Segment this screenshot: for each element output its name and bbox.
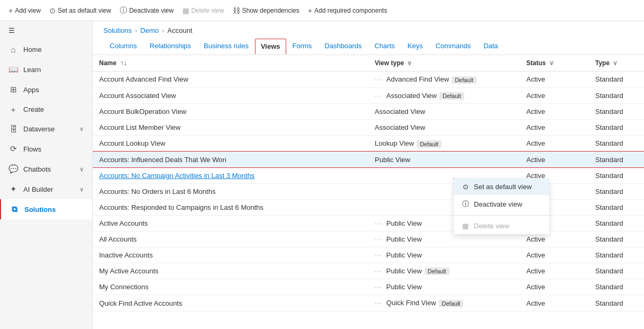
table-row: Accounts: Responded to Campaigns in Last… (93, 199, 644, 215)
table-row: Account Advanced Find View···Advanced Fi… (93, 72, 644, 88)
cell-viewtype: ···Public View (368, 279, 520, 295)
cell-viewtype: ···Quick Find ViewDefault (368, 295, 520, 312)
toolbar-set-default[interactable]: ⊙ Set as default view (49, 6, 111, 15)
home-icon: ⌂ (8, 45, 18, 54)
cell-viewtype: ···Public View (368, 247, 520, 263)
learn-icon: 📖 (8, 65, 18, 74)
filter-icon-type: ∨ (613, 59, 617, 67)
cell-viewtype: ···Associated ViewDefault (368, 87, 520, 104)
table-row: Active Accounts···Public ViewActiveStand… (93, 215, 644, 231)
table-header-row: Name ↑↓ View type ∨ Status ∨ Type ∨ (93, 55, 644, 72)
cell-type: Standard (589, 215, 644, 231)
dots-menu-icon[interactable]: ··· (375, 251, 382, 259)
toolbar-deactivate[interactable]: ⓘ Deactivate view (120, 6, 174, 15)
cell-name: Account List Member View (93, 120, 368, 136)
cell-type: Standard (589, 104, 644, 120)
chevron-down-icon-ai: ∨ (80, 186, 84, 193)
sidebar-item-flows[interactable]: ⟳ Flows (0, 139, 92, 159)
cell-viewtype: Lookup ViewDefault (368, 136, 520, 152)
filter-icon-status: ∨ (549, 59, 554, 67)
chatbots-icon: 💬 (8, 164, 18, 174)
cell-status: Active (520, 263, 589, 279)
tab-commands[interactable]: Commands (429, 38, 477, 55)
col-status[interactable]: Status ∨ (520, 55, 589, 72)
col-viewtype[interactable]: View type ∨ (368, 55, 520, 72)
dataverse-icon: 🗄 (8, 125, 18, 134)
context-menu-inner: ⊙ Set as default view ⓘ Deactivate view … (454, 179, 454, 179)
viewtype-badge: Default (417, 140, 442, 148)
dots-menu-icon[interactable]: ··· (375, 235, 382, 243)
cell-type: Standard (589, 199, 644, 215)
context-menu-set-default[interactable]: ⊙ Set as default view (454, 179, 454, 179)
table-body: Account Advanced Find View···Advanced Fi… (93, 72, 644, 312)
dots-menu-icon[interactable]: ··· (375, 283, 382, 291)
tab-data[interactable]: Data (477, 38, 504, 55)
breadcrumb-solutions[interactable]: Solutions (103, 26, 131, 34)
table-row: Account BulkOperation ViewAssociated Vie… (93, 104, 644, 120)
table-row: Accounts: Influenced Deals That We WonPu… (93, 152, 644, 167)
cell-type: Standard (589, 120, 644, 136)
cell-name: Accounts: Responded to Campaigns in Last… (93, 199, 368, 215)
views-table: Name ↑↓ View type ∨ Status ∨ Type ∨ (93, 55, 644, 312)
dots-menu-icon[interactable]: ··· (375, 267, 382, 275)
tab-relationships[interactable]: Relationships (143, 38, 197, 55)
dots-menu-icon[interactable]: ··· (375, 219, 382, 227)
tab-columns[interactable]: Columns (103, 38, 143, 55)
sidebar-hamburger[interactable]: ☰ (0, 21, 92, 40)
tab-dashboards[interactable]: Dashboards (318, 38, 368, 55)
col-type[interactable]: Type ∨ (589, 55, 644, 72)
cell-status: Active (520, 152, 589, 167)
sidebar-item-apps[interactable]: ⊞ Apps (0, 79, 92, 100)
toolbar: + Add view ⊙ Set as default view ⓘ Deact… (0, 0, 644, 21)
sidebar-item-chatbots[interactable]: 💬 Chatbots ∨ (0, 159, 92, 179)
sidebar-item-home[interactable]: ⌂ Home (0, 40, 92, 59)
viewtype-badge: Default (452, 76, 477, 84)
cell-name: Accounts: No Orders in Last 6 Months (93, 183, 368, 199)
breadcrumb-current: Account (167, 26, 192, 34)
cell-type: Standard (589, 136, 644, 152)
viewtype-badge: Default (425, 268, 449, 275)
breadcrumb-sep-1: › (135, 26, 137, 34)
sidebar-item-dataverse[interactable]: 🗄 Dataverse ∨ (0, 119, 92, 139)
cell-status: Active (520, 279, 589, 295)
ai-builder-icon: ✦ (8, 184, 18, 194)
flows-icon: ⟳ (8, 144, 18, 154)
tab-charts[interactable]: Charts (368, 38, 401, 55)
toolbar-dependencies[interactable]: ⛓ Show dependencies (233, 6, 299, 15)
tabs-bar: Columns Relationships Business rules Vie… (93, 38, 644, 55)
tab-keys[interactable]: Keys (401, 38, 429, 55)
cell-name: Quick Find Active Accounts (93, 295, 368, 312)
chevron-down-icon: ∨ (80, 126, 84, 132)
cell-type: Standard (589, 152, 644, 167)
toolbar-add-components[interactable]: + Add required components (308, 6, 387, 15)
row-name-link[interactable]: Accounts: No Campaign Activities in Last… (99, 172, 254, 180)
dots-menu-icon[interactable]: ··· (375, 299, 382, 307)
toolbar-add-view[interactable]: + Add view (8, 6, 41, 15)
dots-menu-icon[interactable]: ··· (375, 92, 382, 100)
cell-name: Account Associated View (93, 87, 368, 104)
col-name[interactable]: Name ↑↓ (93, 55, 368, 72)
cell-name: Account Lookup View (93, 136, 368, 152)
context-menu: ⊙ Set as default view ⓘ Deactivate view … (453, 178, 454, 179)
tab-business-rules[interactable]: Business rules (197, 38, 255, 55)
cell-name: Account Advanced Find View (93, 72, 368, 88)
cell-status: Active (520, 247, 589, 263)
table-area: Name ↑↓ View type ∨ Status ∨ Type ∨ (93, 55, 644, 329)
dots-menu-icon[interactable]: ··· (375, 75, 382, 83)
content-area: Solutions › Demo › Account Columns Relat… (93, 21, 644, 329)
dependencies-icon: ⛓ (233, 6, 240, 15)
cell-name: Active Accounts (93, 215, 368, 231)
table-row: Accounts: No Campaign Activities in Last… (93, 167, 644, 183)
sidebar-item-ai-builder[interactable]: ✦ AI Builder ∨ (0, 179, 92, 199)
sidebar-item-create[interactable]: + Create (0, 100, 92, 119)
breadcrumb-demo[interactable]: Demo (140, 26, 159, 34)
cell-type: Standard (589, 87, 644, 104)
cell-status: Active (520, 72, 589, 88)
context-menu-container: ⊙ Set as default view ⓘ Deactivate view … (453, 178, 454, 179)
cell-type: Standard (589, 183, 644, 199)
sidebar-item-solutions[interactable]: ⧉ Solutions (0, 199, 92, 219)
filter-icon-viewtype: ∨ (407, 59, 412, 67)
sidebar-item-learn[interactable]: 📖 Learn (0, 59, 92, 79)
tab-forms[interactable]: Forms (286, 38, 319, 55)
tab-views[interactable]: Views (255, 39, 286, 55)
